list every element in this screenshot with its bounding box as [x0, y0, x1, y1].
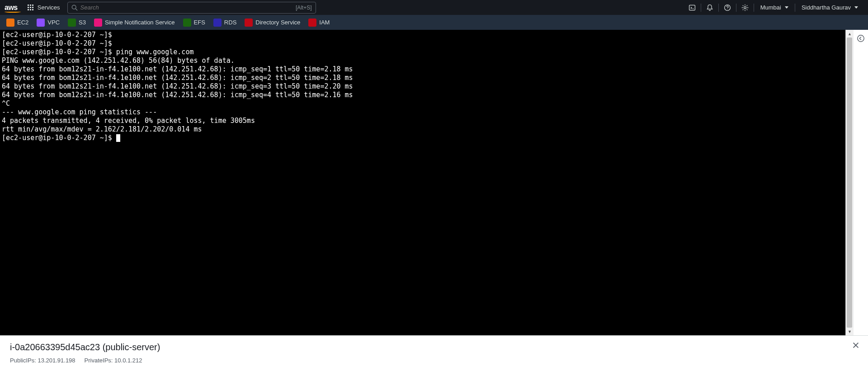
favorite-iam[interactable]: IAM — [308, 19, 330, 27]
bell-icon — [706, 4, 713, 11]
public-ip: PublicIPs: 13.201.91.198 — [10, 357, 75, 364]
cloudshell-button[interactable] — [684, 0, 700, 15]
settings-button[interactable] — [737, 0, 753, 15]
terminal[interactable]: [ec2-user@ip-10-0-2-207 ~]$ [ec2-user@ip… — [0, 30, 845, 335]
favorite-efs[interactable]: EFS — [183, 19, 205, 27]
nav-divider — [718, 4, 719, 12]
right-side-rail — [853, 30, 868, 335]
global-search[interactable]: [Alt+S] — [67, 2, 316, 14]
favorite-label: RDS — [224, 19, 236, 26]
svg-rect-2 — [689, 5, 695, 10]
region-label: Mumbai — [760, 4, 781, 11]
terminal-scrollbar[interactable]: ▲ ▼ — [845, 30, 853, 335]
favorite-label: EC2 — [17, 19, 28, 26]
svg-point-7 — [858, 35, 864, 42]
service-icon — [6, 19, 14, 27]
favorite-simple-notification-service[interactable]: Simple Notification Service — [94, 19, 175, 27]
top-navigation: aws Services [Alt+S] Mumbai — [0, 0, 868, 15]
service-icon — [183, 19, 191, 27]
services-label: Services — [38, 4, 60, 11]
help-icon — [724, 4, 731, 11]
scroll-thumb[interactable] — [847, 38, 852, 328]
aws-logo[interactable]: aws — [5, 4, 18, 12]
favorite-directory-service[interactable]: Directory Service — [245, 19, 300, 27]
search-icon — [71, 5, 78, 11]
svg-line-1 — [75, 9, 77, 10]
nav-divider — [754, 4, 754, 12]
terminal-cursor — [116, 134, 120, 142]
notifications-button[interactable] — [702, 0, 717, 15]
grid-icon — [28, 5, 34, 11]
favorite-label: IAM — [319, 19, 330, 26]
instance-ip-row: PublicIPs: 13.201.91.198 PrivateIPs: 10.… — [10, 357, 858, 364]
search-input[interactable] — [80, 4, 296, 11]
service-icon — [37, 19, 45, 27]
favorite-ec2[interactable]: EC2 — [6, 19, 28, 27]
nav-divider — [701, 4, 701, 12]
search-shortcut-hint: [Alt+S] — [296, 5, 312, 11]
service-icon — [245, 19, 253, 27]
help-button[interactable] — [720, 0, 735, 15]
close-icon — [852, 341, 860, 349]
service-icon — [213, 19, 222, 27]
region-selector[interactable]: Mumbai — [755, 0, 794, 15]
service-icon — [94, 19, 102, 27]
svg-point-6 — [744, 6, 746, 9]
cloudshell-icon — [689, 4, 696, 11]
account-menu[interactable]: Siddhartha Gaurav — [796, 0, 863, 15]
aws-smile-icon — [5, 11, 21, 13]
gear-icon — [741, 4, 749, 11]
favorite-s3[interactable]: S3 — [68, 19, 86, 27]
instance-title: i-0a20663395d45ac23 (public-server) — [10, 342, 858, 352]
user-label: Siddhartha Gaurav — [802, 4, 851, 11]
svg-point-0 — [72, 5, 76, 9]
svg-point-5 — [727, 9, 727, 9]
favorites-bar: EC2VPCS3Simple Notification ServiceEFSRD… — [0, 15, 868, 30]
instance-info-panel: i-0a20663395d45ac23 (public-server) Publ… — [0, 335, 868, 371]
favorite-label: Directory Service — [255, 19, 300, 26]
private-ip: PrivateIPs: 10.0.1.212 — [85, 357, 142, 364]
favorite-rds[interactable]: RDS — [213, 19, 236, 27]
caret-down-icon — [854, 6, 858, 9]
nav-divider — [736, 4, 736, 12]
favorite-label: VPC — [47, 19, 60, 26]
caret-down-icon — [785, 6, 788, 9]
nav-right-cluster: Mumbai Siddhartha Gaurav — [684, 0, 863, 15]
scroll-down-arrow[interactable]: ▼ — [846, 328, 854, 335]
service-icon — [308, 19, 316, 27]
terminal-container: [ec2-user@ip-10-0-2-207 ~]$ [ec2-user@ip… — [0, 30, 853, 335]
main-content: [ec2-user@ip-10-0-2-207 ~]$ [ec2-user@ip… — [0, 30, 868, 335]
favorite-label: EFS — [194, 19, 205, 26]
favorite-label: Simple Notification Service — [105, 19, 175, 26]
nav-divider — [795, 4, 795, 12]
favorite-label: S3 — [79, 19, 86, 26]
close-panel-button[interactable] — [852, 341, 860, 351]
preferences-toggle-icon[interactable] — [857, 34, 865, 42]
services-menu-button[interactable]: Services — [23, 2, 65, 13]
favorite-vpc[interactable]: VPC — [37, 19, 60, 27]
scroll-up-arrow[interactable]: ▲ — [846, 30, 854, 38]
service-icon — [68, 19, 76, 27]
